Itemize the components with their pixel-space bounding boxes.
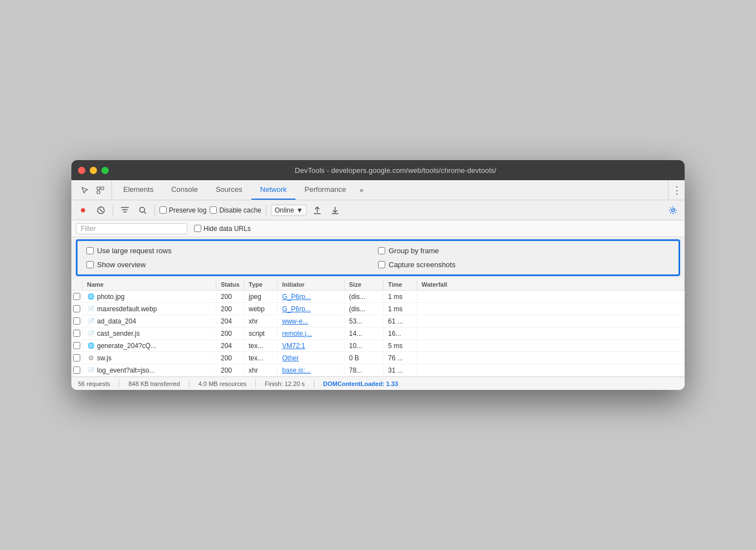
upload-icon[interactable] bbox=[310, 203, 324, 218]
maximize-button[interactable] bbox=[101, 167, 109, 174]
tab-console[interactable]: Console bbox=[162, 180, 207, 200]
row-type: xhr bbox=[244, 366, 278, 374]
show-overview-checkbox[interactable]: Show overview bbox=[86, 260, 378, 269]
row-size: 78... bbox=[345, 366, 384, 374]
th-time[interactable]: Time bbox=[384, 278, 417, 290]
svg-point-14 bbox=[672, 209, 675, 211]
hide-data-urls-checkbox[interactable]: Hide data URLs bbox=[194, 225, 251, 233]
th-waterfall[interactable]: Waterfall bbox=[417, 278, 685, 290]
row-checkbox[interactable] bbox=[71, 354, 83, 361]
table-body: 🌐 photo.jpg 200 jpeg G_P6rp... (dis... 1… bbox=[71, 291, 685, 377]
svg-line-4 bbox=[99, 209, 103, 212]
table-row[interactable]: ⚙ sw.js 200 tex... Other 0 B 76 ... bbox=[71, 352, 685, 364]
filter-bar: Hide data URLs bbox=[71, 220, 685, 237]
options-panel: Use large request rows Show overview Gro… bbox=[76, 239, 680, 276]
row-time: 1 ms bbox=[384, 305, 417, 313]
gear-file-icon: ⚙ bbox=[87, 354, 95, 362]
row-checkbox[interactable] bbox=[71, 317, 83, 325]
row-initiator: G_P6rp... bbox=[278, 305, 345, 313]
doc-file-icon: 📄 bbox=[87, 366, 95, 374]
th-size[interactable]: Size bbox=[345, 278, 384, 290]
preserve-log-checkbox[interactable]: Preserve log bbox=[159, 206, 206, 214]
dom-content-loaded: DOMContentLoaded: 1.33 bbox=[323, 380, 398, 387]
row-checkbox[interactable] bbox=[71, 330, 83, 337]
devtools-menu-button[interactable]: ⋮ bbox=[668, 180, 685, 200]
throttle-select[interactable]: Online ▼ bbox=[271, 205, 307, 216]
svg-rect-1 bbox=[101, 187, 104, 190]
window-title: DevTools - developers.google.com/web/too… bbox=[113, 166, 678, 175]
row-initiator: Other bbox=[278, 354, 345, 362]
download-icon[interactable] bbox=[328, 203, 342, 218]
row-size: 0 B bbox=[345, 354, 384, 362]
row-checkbox[interactable] bbox=[71, 366, 83, 374]
row-initiator: G_P6rp... bbox=[278, 293, 345, 301]
large-request-rows-checkbox[interactable]: Use large request rows bbox=[86, 247, 378, 255]
record-button[interactable]: ● bbox=[76, 203, 90, 218]
tabs-bar: Elements Console Sources Network Perform… bbox=[71, 180, 685, 200]
table-row[interactable]: 🌐 generate_204?cQ... 204 tex... VM72:1 1… bbox=[71, 340, 685, 352]
filter-icon[interactable] bbox=[118, 203, 132, 218]
close-button[interactable] bbox=[78, 167, 85, 174]
row-status: 200 bbox=[216, 305, 244, 313]
row-time: 76 ... bbox=[384, 354, 417, 362]
row-name: 🌐 photo.jpg bbox=[83, 293, 216, 301]
row-name: 📄 maxresdefault.webp bbox=[83, 305, 216, 313]
row-checkbox[interactable] bbox=[71, 342, 83, 349]
chevron-down-icon: ▼ bbox=[296, 206, 303, 214]
row-name: ⚙ sw.js bbox=[83, 354, 216, 362]
row-name: 📄 ad_data_204 bbox=[83, 317, 216, 325]
row-type: xhr bbox=[244, 317, 278, 325]
svg-rect-0 bbox=[97, 187, 100, 190]
table-row[interactable]: 📄 ad_data_204 204 xhr www-e... 53... 61 … bbox=[71, 315, 685, 327]
clear-button[interactable] bbox=[94, 203, 108, 218]
row-time: 1 ms bbox=[384, 293, 417, 301]
row-type: webp bbox=[244, 305, 278, 313]
row-time: 31 ... bbox=[384, 366, 417, 374]
search-icon[interactable] bbox=[135, 203, 150, 218]
table-header: Name Status Type Initiator Size Time Wat… bbox=[71, 278, 685, 291]
svg-rect-2 bbox=[97, 191, 100, 194]
table-row[interactable]: 📄 cast_sender.js 200 script remote.j... … bbox=[71, 327, 685, 340]
disable-cache-checkbox[interactable]: Disable cache bbox=[210, 206, 261, 214]
cursor-icon[interactable] bbox=[78, 184, 91, 197]
th-initiator[interactable]: Initiator bbox=[278, 278, 345, 290]
filter-input[interactable] bbox=[76, 223, 187, 234]
th-name[interactable]: Name bbox=[83, 278, 216, 290]
group-by-frame-checkbox[interactable]: Group by frame bbox=[378, 247, 670, 255]
finish-time: Finish: 12.20 s bbox=[265, 380, 305, 387]
tab-network[interactable]: Network bbox=[251, 180, 296, 200]
row-checkbox[interactable] bbox=[71, 305, 83, 312]
row-checkbox[interactable] bbox=[71, 293, 83, 300]
th-type[interactable]: Type bbox=[244, 278, 278, 290]
row-size: (dis... bbox=[345, 305, 384, 313]
minimize-button[interactable] bbox=[90, 167, 97, 174]
row-status: 200 bbox=[216, 293, 244, 301]
table-row[interactable]: 🌐 photo.jpg 200 jpeg G_P6rp... (dis... 1… bbox=[71, 291, 685, 303]
row-initiator: base.js:... bbox=[278, 366, 345, 374]
row-status: 200 bbox=[216, 330, 244, 337]
tab-sources[interactable]: Sources bbox=[207, 180, 251, 200]
settings-icon[interactable] bbox=[666, 203, 680, 218]
devtools-window: DevTools - developers.google.com/web/too… bbox=[71, 160, 685, 390]
row-initiator: www-e... bbox=[278, 317, 345, 325]
row-name: 📄 log_event?alt=jso... bbox=[83, 366, 216, 374]
svg-point-8 bbox=[140, 207, 145, 212]
capture-screenshots-checkbox[interactable]: Capture screenshots bbox=[378, 260, 670, 269]
table-row[interactable]: 📄 maxresdefault.webp 200 webp G_P6rp... … bbox=[71, 303, 685, 315]
tab-performance[interactable]: Performance bbox=[295, 180, 355, 200]
tab-icons bbox=[74, 180, 112, 200]
row-size: 14... bbox=[345, 330, 384, 337]
row-initiator: VM72:1 bbox=[278, 342, 345, 350]
row-size: 10... bbox=[345, 342, 384, 350]
tab-elements[interactable]: Elements bbox=[114, 180, 162, 200]
table-row[interactable]: 📄 log_event?alt=jso... 200 xhr base.js:.… bbox=[71, 364, 685, 377]
row-type: jpeg bbox=[244, 293, 278, 301]
th-status[interactable]: Status bbox=[216, 278, 244, 290]
row-name: 🌐 generate_204?cQ... bbox=[83, 342, 216, 350]
doc-file-icon: 📄 bbox=[87, 305, 95, 313]
inspect-icon[interactable] bbox=[94, 184, 107, 197]
row-status: 200 bbox=[216, 354, 244, 362]
row-status: 200 bbox=[216, 366, 244, 374]
tab-more[interactable]: » bbox=[355, 180, 368, 200]
resources-size: 4.0 MB resources bbox=[198, 380, 246, 387]
